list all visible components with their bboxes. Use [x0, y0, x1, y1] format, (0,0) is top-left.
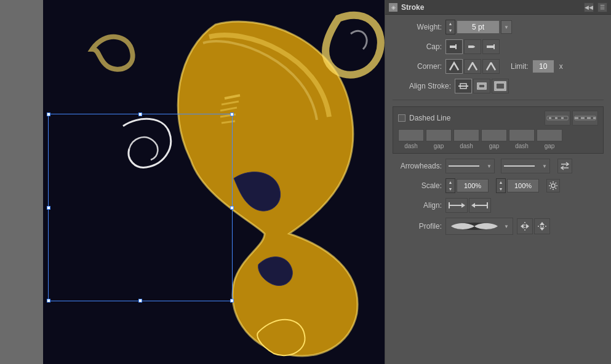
- svg-rect-9: [496, 83, 505, 89]
- dashed-checkbox[interactable]: [398, 114, 405, 122]
- dash-2-input[interactable]: [453, 129, 479, 141]
- svg-marker-31: [461, 203, 465, 208]
- align-center-btn[interactable]: [455, 79, 472, 93]
- profile-dropdown[interactable]: ▼: [445, 218, 513, 235]
- align-start-btn[interactable]: [445, 198, 468, 213]
- cap-round-btn[interactable]: [464, 39, 481, 54]
- limit-label: Limit:: [511, 62, 529, 71]
- weight-unit-dropdown[interactable]: ▼: [501, 20, 512, 34]
- align-inside-btn[interactable]: [473, 79, 490, 93]
- cap-buttons: [445, 39, 500, 54]
- title-bar-left: ◈ Stroke: [389, 3, 424, 12]
- dash-pattern-2-btn[interactable]: [572, 111, 598, 125]
- cap-butt-btn[interactable]: [445, 39, 463, 54]
- dashed-pattern-buttons: [545, 111, 598, 125]
- scale-1-down-btn[interactable]: ▼: [446, 186, 455, 192]
- align-stroke-buttons: [455, 79, 509, 93]
- corner-miter-btn[interactable]: [445, 59, 463, 74]
- align-arrow-buttons: [445, 198, 491, 213]
- dash-1-item: dash: [398, 129, 424, 149]
- cap-projecting-btn[interactable]: [482, 39, 500, 54]
- profile-flip-v-btn[interactable]: [534, 218, 550, 234]
- panel-menu-button[interactable]: ☰: [597, 2, 607, 12]
- limit-x: x: [559, 62, 563, 71]
- gap-1-item: gap: [426, 129, 452, 149]
- artwork-swirls: [43, 0, 385, 364]
- profile-buttons: [517, 218, 550, 234]
- scale-2-input[interactable]: [507, 179, 539, 192]
- dash-gap-row: dash gap dash gap dash: [398, 129, 598, 149]
- corner-round-btn[interactable]: [464, 59, 481, 74]
- svg-point-21: [551, 184, 555, 188]
- svg-marker-34: [471, 203, 475, 208]
- arrowheads-label: Arrowheads:: [393, 162, 442, 170]
- collapse-button[interactable]: ◀◀: [584, 2, 594, 12]
- panel-title-bar: ◈ Stroke ◀◀ ☰: [385, 0, 611, 15]
- limit-input[interactable]: [532, 60, 554, 73]
- weight-input[interactable]: [457, 20, 500, 34]
- cap-row: Cap:: [393, 39, 604, 54]
- align-arrow-label: Align:: [393, 201, 442, 210]
- gap-3-input[interactable]: [537, 129, 562, 141]
- dash-3-label: dash: [515, 143, 529, 149]
- dashed-header: Dashed Line: [398, 111, 598, 125]
- gap-1-input[interactable]: [426, 129, 452, 141]
- dashed-label: Dashed Line: [409, 114, 450, 122]
- dash-pattern-1-btn[interactable]: [545, 111, 570, 125]
- scale-2-down-btn[interactable]: ▼: [497, 186, 505, 192]
- corner-buttons: [445, 59, 500, 74]
- profile-shape-preview: [450, 221, 499, 232]
- title-bar-right: ◀◀ ☰: [584, 2, 607, 12]
- svg-rect-8: [479, 84, 485, 88]
- weight-label: Weight:: [393, 23, 442, 31]
- gap-3-item: gap: [537, 129, 562, 149]
- scale-1-input[interactable]: [457, 179, 489, 192]
- dashed-section: Dashed Line: [393, 106, 604, 154]
- align-row: Align:: [393, 198, 604, 213]
- arrowhead-end-dropdown[interactable]: ▼: [501, 159, 550, 173]
- scale-1-group: ▲ ▼: [445, 178, 489, 193]
- cap-label: Cap:: [393, 42, 442, 51]
- dash-2-label: dash: [460, 143, 473, 149]
- gap-2-item: gap: [481, 129, 507, 149]
- arrow-end-line: [504, 165, 535, 167]
- align-end-btn[interactable]: [469, 198, 491, 213]
- gap-2-label: gap: [489, 143, 500, 149]
- arrowhead-swap-btn[interactable]: [557, 159, 572, 173]
- scale-2-up-btn[interactable]: ▲: [497, 179, 505, 186]
- svg-rect-3: [487, 46, 494, 48]
- svg-marker-42: [540, 228, 545, 231]
- svg-rect-2: [468, 46, 473, 48]
- dash-1-input[interactable]: [398, 129, 424, 141]
- profile-row: Profile: ▼: [393, 218, 604, 235]
- panel-title: Stroke: [401, 3, 424, 12]
- svg-marker-41: [540, 222, 545, 225]
- corner-bevel-btn[interactable]: [482, 59, 500, 74]
- dash-3-input[interactable]: [509, 129, 535, 141]
- svg-line-29: [550, 188, 551, 189]
- arrowhead-start-dropdown[interactable]: ▼: [445, 159, 495, 173]
- weight-down-btn[interactable]: ▼: [446, 27, 455, 34]
- align-outside-btn[interactable]: [492, 79, 509, 93]
- scale-1-up-btn[interactable]: ▲: [446, 179, 455, 186]
- weight-up-btn[interactable]: ▲: [446, 20, 455, 27]
- divider-1: [393, 100, 604, 100]
- dash-3-item: dash: [509, 129, 535, 149]
- dash-1-label: dash: [404, 143, 418, 149]
- gap-2-input[interactable]: [481, 129, 507, 141]
- scale-2-spinner: ▲ ▼: [496, 178, 506, 193]
- corner-row: Corner: Limit:: [393, 59, 604, 74]
- scale-label: Scale:: [393, 181, 442, 190]
- svg-marker-38: [521, 224, 524, 229]
- profile-label: Profile:: [393, 222, 442, 231]
- scale-link-btn[interactable]: [546, 179, 560, 192]
- gap-1-label: gap: [434, 143, 444, 149]
- align-stroke-label: Align Stroke:: [393, 82, 451, 90]
- svg-line-27: [556, 188, 557, 189]
- profile-flip-h-btn[interactable]: [517, 218, 533, 234]
- weight-spinner: ▲ ▼: [445, 20, 455, 34]
- gap-3-label: gap: [545, 143, 555, 149]
- corner-label: Corner:: [393, 62, 442, 71]
- scale-1-spinner: ▲ ▼: [445, 178, 455, 193]
- panel-content: Weight: ▲ ▼ ▼ Cap:: [385, 15, 611, 240]
